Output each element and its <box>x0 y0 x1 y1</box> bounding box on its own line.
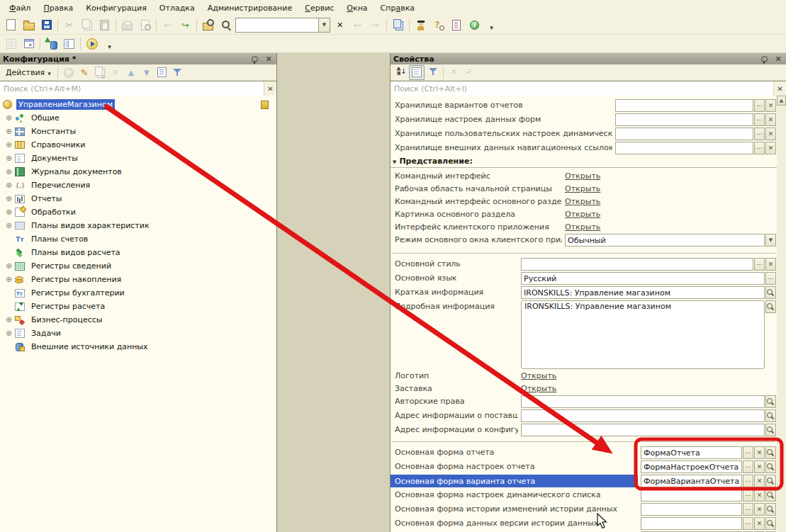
lookup-button[interactable] <box>754 128 765 140</box>
filter-button[interactable] <box>171 66 185 79</box>
apply-button[interactable] <box>462 65 476 79</box>
property-row[interactable]: Авторские права <box>391 395 777 409</box>
property-row[interactable]: Основная форма варианта отчетаФормаВариа… <box>391 474 777 488</box>
expand-icon[interactable] <box>3 329 15 338</box>
property-row[interactable]: Основная форма настроек отчетаФормаНастр… <box>391 460 777 474</box>
pin-icon[interactable] <box>761 56 768 62</box>
open-link[interactable]: Открыть <box>565 221 600 232</box>
open-link[interactable]: Открыть <box>565 170 600 181</box>
expand-icon[interactable] <box>3 140 15 149</box>
tree-item[interactable]: Журналы документов <box>0 165 276 179</box>
property-row[interactable]: Основная форма отчетаФормаОтчета <box>391 446 777 460</box>
property-row[interactable]: Основная форма настроек динамического сп… <box>391 488 777 502</box>
property-row[interactable]: Режим основного окна клиентского приложе… <box>391 233 777 249</box>
find-button[interactable] <box>218 18 234 33</box>
clear-button[interactable] <box>754 489 765 502</box>
value-field[interactable] <box>641 517 742 530</box>
properties-search-input[interactable] <box>391 81 773 96</box>
lookup-button[interactable] <box>754 99 765 112</box>
categories-button[interactable] <box>409 65 425 80</box>
property-row[interactable]: Адрес информации о конфигурации <box>391 423 777 437</box>
tree-item[interactable]: Внешние источники данных <box>0 340 276 353</box>
open-link[interactable]: Открыть <box>521 383 556 393</box>
print-preview-button[interactable] <box>137 18 153 33</box>
property-row[interactable]: Краткая информацияIRONSKILLS: Управление… <box>391 285 777 300</box>
update-db-button[interactable] <box>43 36 60 51</box>
cut-button[interactable] <box>61 18 77 33</box>
open-link[interactable]: Открыть <box>565 208 600 219</box>
menu-item[interactable]: Сервис <box>298 1 340 15</box>
property-group-header[interactable]: Представление: <box>391 155 777 168</box>
delete-button[interactable] <box>108 66 123 79</box>
clear-button[interactable] <box>765 142 776 154</box>
magnifier-icon[interactable] <box>765 475 776 487</box>
magnifier-icon[interactable] <box>765 489 776 502</box>
lookup-button[interactable] <box>754 258 765 271</box>
expand-icon[interactable] <box>3 275 15 284</box>
move-up-button[interactable] <box>124 66 138 79</box>
window-x-button[interactable] <box>21 36 37 51</box>
tree-item[interactable]: Регистры накопления <box>0 273 276 286</box>
property-row[interactable]: Хранилище пользовательских настроек дина… <box>391 127 777 141</box>
lookup-button[interactable] <box>765 272 776 285</box>
open-list-button[interactable] <box>155 66 169 79</box>
magnifier-icon[interactable] <box>765 460 776 473</box>
save-button[interactable] <box>38 18 55 33</box>
configuration-search-input[interactable] <box>0 81 264 96</box>
edit-button[interactable] <box>77 66 91 79</box>
value-field[interactable] <box>641 489 742 502</box>
property-row[interactable]: Адрес информации о поставщике <box>391 409 777 423</box>
redo-button[interactable] <box>177 18 193 33</box>
value-field[interactable]: Русский <box>521 272 765 285</box>
property-row[interactable]: Основная форма истории изменений истории… <box>391 502 777 516</box>
value-field[interactable] <box>521 424 765 436</box>
menu-item[interactable]: Файл <box>3 1 37 15</box>
value-field[interactable] <box>615 99 753 112</box>
lookup-button[interactable] <box>743 503 753 516</box>
close-icon[interactable] <box>264 55 274 64</box>
value-field[interactable]: ФормаОтчета <box>641 446 742 459</box>
lookup-button[interactable] <box>754 113 765 126</box>
expand-icon[interactable] <box>3 127 15 136</box>
expand-icon[interactable] <box>3 194 15 203</box>
property-row[interactable]: Основной стиль <box>391 257 777 271</box>
tree-item[interactable]: Обработки <box>0 205 276 219</box>
duplicate-button[interactable] <box>93 66 107 79</box>
expand-icon[interactable] <box>3 261 15 271</box>
value-field[interactable]: ФормаНастроекОтчета <box>641 460 742 473</box>
property-row[interactable]: Основной языкРусский <box>391 271 777 285</box>
move-down-button[interactable] <box>140 66 154 79</box>
filter-button[interactable] <box>426 65 440 79</box>
overflow-button[interactable] <box>101 36 118 51</box>
lookup-button[interactable] <box>743 517 753 530</box>
tree-item[interactable]: Справочники <box>0 138 276 152</box>
value-field[interactable] <box>521 395 765 408</box>
menu-item[interactable]: Окна <box>340 1 374 15</box>
run-button[interactable] <box>84 36 100 51</box>
property-row[interactable]: ЛоготипОткрыть <box>391 369 777 382</box>
open-link[interactable]: Открыть <box>565 196 600 206</box>
open-link[interactable]: Открыть <box>565 183 600 193</box>
copy-button[interactable] <box>79 18 95 33</box>
tree-item[interactable]: УправлениеМагазином <box>0 98 276 111</box>
clear-button[interactable] <box>754 517 765 530</box>
new-document-button[interactable] <box>3 18 19 33</box>
syntax-assistant-button[interactable] <box>412 18 429 33</box>
clipboard-collection-button[interactable] <box>390 18 406 33</box>
close-icon[interactable] <box>773 55 783 64</box>
clear-button[interactable] <box>765 99 776 112</box>
clear-button[interactable] <box>765 113 776 126</box>
tree-item[interactable]: Регистры бухгалтерии <box>0 286 276 300</box>
expand-icon[interactable] <box>3 315 15 324</box>
value-field[interactable] <box>615 128 753 140</box>
undo-button[interactable] <box>159 18 176 33</box>
expand-icon[interactable] <box>3 113 15 123</box>
magnifier-icon[interactable] <box>765 395 776 408</box>
clear-search-icon[interactable] <box>264 81 276 96</box>
tree-item[interactable]: Регистры сведений <box>0 259 276 273</box>
magnifier-icon[interactable] <box>765 503 776 516</box>
value-field[interactable] <box>521 409 765 422</box>
collapse-icon[interactable] <box>393 157 399 166</box>
expand-icon[interactable] <box>3 154 15 163</box>
configuration-windows-button[interactable] <box>3 36 19 51</box>
